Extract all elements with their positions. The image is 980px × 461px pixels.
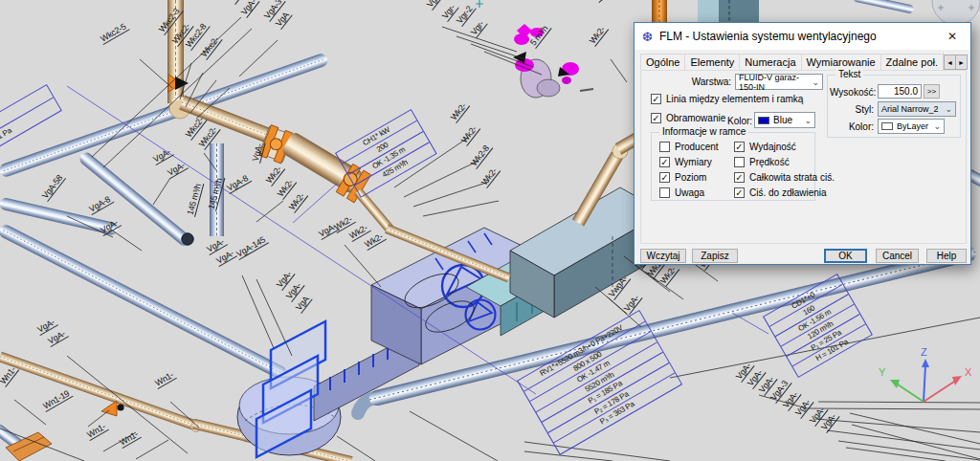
- ok-button[interactable]: OK: [824, 249, 867, 263]
- checkbox-poziom[interactable]: ✓Poziom: [659, 172, 719, 183]
- chevron-down-icon: ⌄: [945, 105, 952, 113]
- tab-og-lne[interactable]: Ogólne: [640, 54, 685, 71]
- style-value: Arial Narrow_2: [881, 104, 939, 114]
- frame-info-right-column: ✓WydajnośćPrędkość✓Całkowita strata ciś.…: [734, 137, 835, 198]
- tab-tabelka-inf-[interactable]: Tabelka inf.: [943, 52, 944, 71]
- damper-marker[interactable]: [101, 401, 117, 416]
- chevron-down-icon: ⌄: [933, 122, 941, 130]
- teal-riser: [698, 0, 719, 22]
- help-button[interactable]: Help: [926, 249, 967, 263]
- checkbox-producent[interactable]: Producent: [659, 142, 719, 152]
- line-between-checkbox[interactable]: ✓ Linia między elementem i ramką: [651, 94, 803, 104]
- pipe-open-end: [182, 233, 193, 245]
- tab-strip: OgólneElementyNumeracjaWymiarowanieZdaln…: [640, 52, 944, 71]
- tab-scroll-right-button[interactable]: ►: [955, 55, 968, 70]
- grid-cross: [476, 0, 483, 8]
- supply-pipe[interactable]: [0, 352, 198, 431]
- group-title: Tekst: [835, 69, 863, 79]
- style-select[interactable]: Arial Narrow_2 ⌄: [878, 101, 956, 117]
- text-color-label: Kolor:: [830, 121, 874, 133]
- border-color-value: Blue: [773, 115, 792, 125]
- height-expand-button[interactable]: >>: [924, 84, 940, 99]
- height-field[interactable]: 150.0: [878, 84, 922, 99]
- ucs-axis-icon: Z Y X: [871, 340, 980, 435]
- color-swatch: [881, 122, 893, 130]
- axis-y-label: Y: [879, 366, 886, 378]
- tab-page: Warstwa: FLUID-V garaz-150-IN ⌄ ✓ Linia …: [640, 70, 967, 244]
- checkbox-uwaga[interactable]: Uwaga: [659, 187, 719, 198]
- cancel-button[interactable]: Cancel: [876, 249, 919, 263]
- save-button[interactable]: Zapisz: [692, 249, 738, 263]
- text-color-select[interactable]: ByLayer ⌄: [878, 119, 945, 134]
- magenta-fan-unit[interactable]: [513, 24, 593, 98]
- border-checkbox[interactable]: ✓ Obramowanie: [651, 113, 725, 123]
- layer-select[interactable]: FLUID-V garaz-150-IN ⌄: [735, 74, 823, 90]
- border-color-select[interactable]: Blue ⌄: [754, 112, 815, 128]
- text-group: Tekst Wysokość: 150.0 >> Styl: Arial Nar…: [827, 75, 961, 138]
- dialog-titlebar[interactable]: ❆ FLM - Ustawienia systemu wentylacyjneg…: [635, 23, 970, 50]
- checkbox-wymiary[interactable]: ✓Wymiary: [659, 157, 719, 167]
- axis-z-label: Z: [921, 346, 927, 358]
- frame-info-left-column: Producent✓Wymiary✓PoziomUwaga: [659, 137, 719, 198]
- checkbox-label: Obramowanie: [666, 113, 725, 123]
- chevron-down-icon: ⌄: [804, 117, 812, 124]
- load-button[interactable]: Wczytaj: [640, 249, 686, 263]
- axis-x-label: X: [965, 366, 972, 378]
- frame-info-group: Informacje w ramce Producent✓Wymiary✓Poz…: [651, 132, 815, 201]
- checkbox-ciś-do-zdławienia[interactable]: ✓Ciś. do zdławienia: [734, 187, 835, 198]
- group-title: Informacje w ramce: [659, 126, 748, 137]
- tab-zdalne-po-[interactable]: Zdalne poł.: [880, 54, 944, 71]
- tab-scroll-buttons: ◄ ►: [945, 55, 968, 70]
- layer-label: Warstwa:: [660, 77, 731, 88]
- height-label: Wysokość:: [830, 87, 874, 99]
- close-icon[interactable]: ✕: [942, 28, 963, 45]
- checkbox-label: Linia między elementem i ramką: [666, 94, 803, 104]
- cad-viewport[interactable]: Wkc2-5Wkc2-3Wkc2-Wkc2-8Wkc2-VgA-102VgA-V…: [0, 0, 980, 461]
- tab-elementy[interactable]: Elementy: [684, 54, 740, 71]
- chevron-down-icon: ⌄: [812, 78, 819, 86]
- checkbox-prędkość[interactable]: Prędkość: [734, 157, 835, 167]
- color-swatch: [758, 117, 769, 124]
- layer-value: FLUID-V garaz-150-IN: [739, 73, 812, 92]
- checkbox-wydajność[interactable]: ✓Wydajność: [734, 142, 835, 152]
- style-label: Styl:: [830, 104, 874, 116]
- app-icon: ❆: [642, 30, 653, 44]
- settings-dialog: ❆ FLM - Ustawienia systemu wentylacyjneg…: [634, 22, 971, 265]
- checkbox-całkowita-strata-ciś-[interactable]: ✓Całkowita strata ciś.: [734, 172, 835, 183]
- text-color-value: ByLayer: [897, 121, 928, 131]
- dialog-title: FLM - Ustawienia systemu wentylacyjnego: [659, 30, 877, 43]
- tab-numeracja[interactable]: Numeracja: [739, 54, 801, 71]
